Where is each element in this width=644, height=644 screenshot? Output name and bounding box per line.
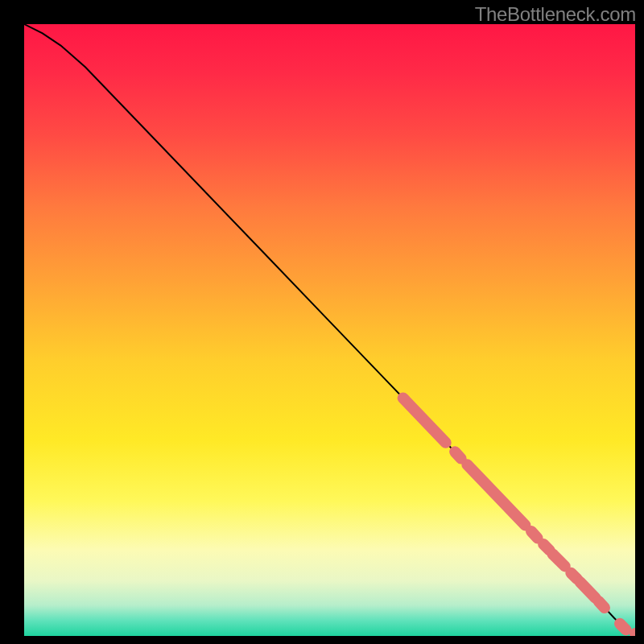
marker-cluster	[543, 544, 550, 551]
chart-svg	[24, 24, 635, 636]
marker-cluster	[455, 452, 461, 458]
chart-frame: TheBottleneck.com	[0, 0, 644, 644]
marker-cluster	[531, 531, 538, 538]
marker-cluster	[599, 601, 605, 608]
marker-cluster	[620, 624, 626, 630]
attribution-label: TheBottleneck.com	[475, 3, 636, 26]
plot-area	[24, 24, 635, 636]
